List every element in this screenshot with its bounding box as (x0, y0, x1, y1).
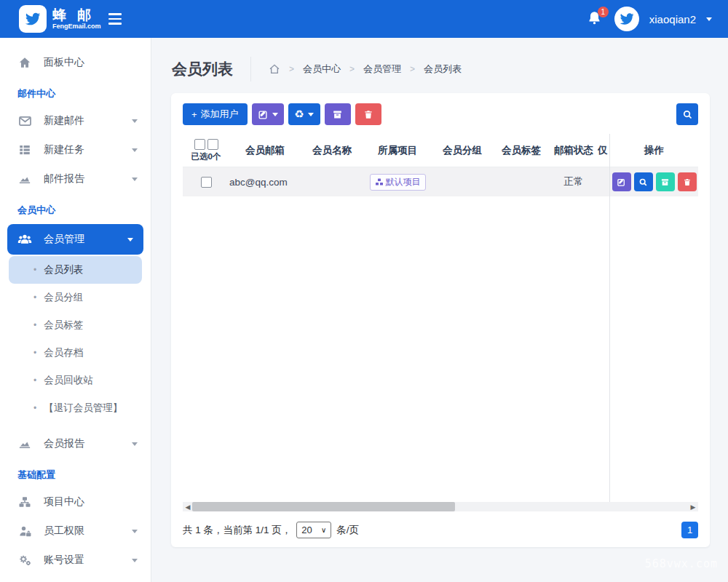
sidebar-item-account-settings[interactable]: 账号设置 (0, 546, 151, 575)
sidebar-item-member-manage[interactable]: 会员管理 (7, 224, 143, 255)
row-select-cell (183, 176, 229, 188)
sidebar-subitem-member-group[interactable]: • 会员分组 (0, 284, 151, 311)
row-actions-cell (610, 167, 698, 196)
sitemap-icon (17, 495, 32, 509)
search-button[interactable] (676, 103, 698, 125)
scroll-right-arrow-icon[interactable]: ▶ (688, 502, 698, 511)
horizontal-scrollbar[interactable]: ◀ ▶ (183, 502, 698, 511)
chevron-down-icon (132, 559, 138, 562)
notification-badge: 1 (598, 7, 609, 17)
sidebar-item-dashboard[interactable]: 面板中心 (0, 48, 151, 77)
sidebar-subitem-label: 会员标签 (44, 319, 83, 332)
row-archive-button[interactable] (656, 172, 675, 191)
pagination-summary: 共 1 条，当前第 1/1 页， (183, 524, 291, 537)
user-avatar[interactable] (614, 7, 639, 31)
sidebar-item-project-center[interactable]: 项目中心 (0, 487, 151, 517)
column-header-name: 会员名称 (301, 144, 363, 157)
toolbar: + 添加用户 ♻ (183, 103, 698, 125)
user-lock-icon (17, 524, 32, 538)
column-header-group: 会员分组 (432, 144, 493, 157)
chevron-down-icon (132, 119, 138, 123)
breadcrumb-member-list[interactable]: 会员列表 (424, 63, 462, 76)
row-status-cell: 正常 (550, 175, 598, 188)
sidebar-item-member-report[interactable]: 会员报告 (0, 429, 151, 458)
main-content: 会员列表 > 会员中心 > 会员管理 > 会员列表 + 添加用户 (151, 38, 728, 582)
member-table: 已选0个 会员邮箱 会员名称 所属项目 会员分组 会员标签 邮箱状态 仅 abc… (183, 134, 698, 502)
sidebar-section-config: 基础配置 (0, 458, 151, 487)
sidebar-item-label: 邮件报告 (44, 172, 84, 186)
sidebar-item-new-task[interactable]: 新建任务 (0, 135, 151, 164)
trash-icon (683, 178, 692, 187)
search-icon (682, 109, 693, 120)
sidebar-item-label: 面板中心 (44, 56, 84, 69)
users-icon (17, 232, 32, 247)
archive-box-icon (332, 109, 343, 120)
sidebar-subitem-label: 会员分组 (44, 291, 83, 304)
notifications-button[interactable]: 1 (587, 9, 604, 28)
scroll-left-arrow-icon[interactable]: ◀ (183, 502, 193, 511)
archive-box-icon (660, 178, 670, 187)
sidebar: 面板中心 邮件中心 新建邮件 新建任务 邮件报告 会员中心 会员管理 • 会员列… (0, 38, 151, 582)
home-icon[interactable] (269, 63, 280, 75)
brand-logo (19, 5, 47, 33)
scrollbar-thumb[interactable] (192, 502, 455, 511)
row-edit-button[interactable] (612, 172, 631, 191)
brand-zone: 蜂 邮 FengEmail.com (0, 0, 151, 38)
sidebar-item-mail-report[interactable]: 邮件报告 (0, 164, 151, 194)
username[interactable]: xiaoqian2 (649, 13, 696, 25)
row-view-button[interactable] (634, 172, 653, 191)
select-all-checkbox[interactable] (194, 139, 205, 150)
chevron-down-icon (132, 148, 138, 152)
sidebar-subitem-member-list[interactable]: • 会员列表 (9, 256, 142, 284)
column-header-clipped: 仅 (598, 144, 609, 157)
brand-domain: FengEmail.com (52, 23, 101, 30)
breadcrumb-member-manage[interactable]: 会员管理 (363, 63, 401, 76)
row-checkbox[interactable] (201, 177, 212, 188)
breadcrumb-separator: > (349, 64, 355, 74)
topbar-right: 1 xiaoqian2 (587, 7, 728, 31)
sidebar-item-staff-permission[interactable]: 员工权限 (0, 517, 151, 546)
sidebar-item-label: 账号设置 (44, 554, 84, 567)
divider (250, 57, 251, 81)
archive-button[interactable] (325, 103, 351, 125)
page-size-select[interactable]: 20 ∨ (296, 522, 331, 538)
row-delete-button[interactable] (678, 172, 697, 191)
sidebar-item-label: 会员管理 (44, 233, 84, 246)
page-header: 会员列表 > 会员中心 > 会员管理 > 会员列表 (151, 38, 728, 81)
sidebar-subitem-unsubscribe-manage[interactable]: • 【退订会员管理】 (0, 394, 151, 422)
sidebar-item-label: 会员报告 (44, 437, 84, 450)
select-page-checkbox[interactable] (207, 139, 218, 150)
sidebar-subitem-member-archive[interactable]: • 会员存档 (0, 339, 151, 367)
menu-toggle-icon[interactable] (108, 9, 127, 28)
page-number-button[interactable]: 1 (681, 522, 698, 538)
chevron-down-icon (132, 530, 138, 533)
sidebar-subitem-member-tag[interactable]: • 会员标签 (0, 311, 151, 339)
actions-column: 操作 (609, 134, 698, 502)
row-email-cell: abc@qq.com (229, 177, 301, 188)
edit-icon (617, 178, 626, 187)
breadcrumb-member-center[interactable]: 会员中心 (303, 63, 341, 76)
user-menu-caret-icon[interactable] (706, 17, 712, 21)
sidebar-item-new-mail[interactable]: 新建邮件 (0, 106, 151, 135)
sidebar-item-label: 员工权限 (44, 525, 84, 538)
chevron-down-icon (127, 238, 133, 242)
bullet-icon: • (33, 403, 36, 413)
selected-count-label: 已选0个 (191, 151, 221, 162)
sidebar-subitem-member-recycle[interactable]: • 会员回收站 (0, 367, 151, 394)
breadcrumb: > 会员中心 > 会员管理 > 会员列表 (269, 63, 462, 76)
app-root: 蜂 邮 FengEmail.com 1 xiaoqian2 面板中心 邮件中心 (0, 0, 728, 582)
search-icon (638, 178, 648, 187)
batch-edit-dropdown-button[interactable] (252, 103, 284, 125)
breadcrumb-separator: > (410, 64, 415, 74)
recycle-dropdown-button[interactable]: ♻ (288, 103, 320, 125)
delete-button[interactable] (355, 103, 381, 125)
plus-icon: + (191, 109, 197, 120)
home-icon (17, 55, 32, 70)
add-user-button[interactable]: + 添加用户 (183, 103, 248, 125)
bird-icon (618, 10, 636, 28)
bird-icon (23, 9, 42, 28)
row-project-cell: 默认项目 (363, 174, 432, 191)
gears-icon (17, 553, 32, 567)
brand-name: 蜂 邮 (52, 8, 101, 22)
column-header-tag: 会员标签 (493, 144, 550, 157)
